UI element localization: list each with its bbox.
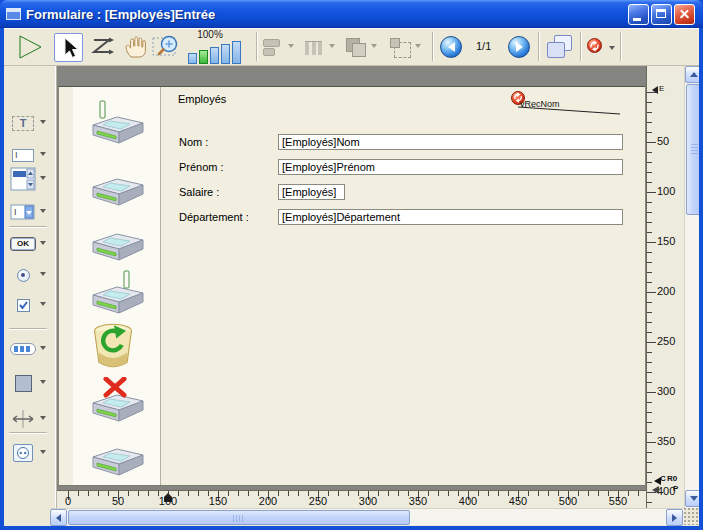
tool-list-box[interactable] bbox=[9, 164, 53, 194]
zoom-tool-button[interactable] bbox=[152, 34, 180, 62]
cursor-arrow-icon bbox=[58, 36, 80, 60]
footer-marker[interactable]: P bbox=[673, 484, 678, 493]
zoom-bar-4[interactable] bbox=[221, 44, 230, 64]
form-canvas: Employés Nom : [Employés]Nom Prénom : [E… bbox=[57, 66, 646, 490]
previous-record-button[interactable] bbox=[89, 161, 147, 207]
arrow-down-icon bbox=[690, 496, 698, 505]
rectangle-tool-icon bbox=[15, 375, 32, 392]
align-objects-button bbox=[261, 36, 294, 58]
title-bar[interactable]: Formulaire : [Employés]Entrée bbox=[0, 0, 703, 28]
hand-icon bbox=[122, 34, 148, 60]
tool-button[interactable]: OK bbox=[9, 231, 53, 257]
previous-page-button[interactable] bbox=[440, 36, 462, 58]
window-content: 100% bbox=[4, 28, 699, 526]
vertical-scroll-thumb[interactable] bbox=[686, 84, 699, 215]
tool-text[interactable]: T bbox=[9, 110, 53, 136]
tab-order-button[interactable] bbox=[90, 36, 116, 62]
close-button[interactable] bbox=[674, 4, 695, 25]
checkbox-tool-icon bbox=[17, 299, 30, 312]
form-pages-button[interactable] bbox=[545, 34, 573, 60]
next-record-button[interactable] bbox=[89, 216, 147, 262]
previous-page-icon bbox=[443, 42, 455, 52]
record-marker-icon bbox=[587, 38, 602, 53]
layer-order-button bbox=[344, 36, 377, 58]
distribute-objects-button bbox=[302, 36, 335, 58]
field-departement[interactable]: [Employés]Département bbox=[278, 209, 623, 225]
form-window-icon bbox=[6, 8, 21, 20]
distribute-icon bbox=[302, 36, 326, 58]
horizontal-scrollbar[interactable] bbox=[50, 508, 684, 525]
tool-plugin-area[interactable] bbox=[9, 440, 53, 466]
vertical-scrollbar[interactable] bbox=[684, 66, 699, 508]
tool-combo-box[interactable]: I bbox=[9, 199, 53, 225]
record-marker-button[interactable] bbox=[587, 38, 615, 57]
delete-record-button[interactable] bbox=[89, 321, 147, 371]
cancel-record-button[interactable] bbox=[89, 377, 147, 423]
progress-indicator-tool-icon bbox=[10, 343, 36, 355]
zoom-percent-label: 100% bbox=[190, 29, 230, 40]
scroll-down-button[interactable] bbox=[685, 490, 699, 507]
form-title-object[interactable]: Employés bbox=[178, 93, 226, 105]
field-prenom[interactable]: [Employés]Prénom bbox=[278, 159, 623, 175]
layers-icon bbox=[344, 36, 368, 58]
tab-order-icon bbox=[90, 36, 116, 58]
page-indicator: 1/1 bbox=[476, 40, 491, 52]
zoom-bar-1[interactable] bbox=[188, 53, 197, 64]
tool-splitter[interactable] bbox=[9, 406, 53, 432]
magnifier-icon bbox=[152, 34, 180, 58]
scroll-left-button[interactable] bbox=[50, 509, 67, 526]
splitter-tool-icon bbox=[11, 410, 35, 428]
first-record-button[interactable] bbox=[89, 99, 147, 145]
field-nom[interactable]: [Employés]Nom bbox=[278, 134, 623, 150]
select-tool-button[interactable] bbox=[54, 33, 83, 62]
tool-checkbox[interactable] bbox=[9, 292, 53, 318]
field-label[interactable]: Prénom : bbox=[179, 161, 224, 173]
output-control-markers[interactable]: C R0 P bbox=[647, 474, 685, 500]
window-title: Formulaire : [Employés]Entrée bbox=[26, 7, 623, 22]
horizontal-scroll-thumb[interactable] bbox=[68, 510, 410, 525]
next-page-button[interactable] bbox=[508, 36, 530, 58]
variable-marker-label[interactable]: vRecNom bbox=[520, 99, 560, 109]
zoom-level-bars-icon bbox=[188, 41, 241, 64]
vertical-ruler: E 50 100 150 200 250 300 350 400 C R0 P bbox=[646, 66, 684, 508]
resize-grip[interactable] bbox=[684, 508, 699, 525]
zoom-level-control[interactable]: 100% bbox=[186, 29, 252, 65]
field-label[interactable]: Salaire : bbox=[179, 186, 219, 198]
move-tool-button[interactable] bbox=[122, 34, 148, 64]
scroll-up-button[interactable] bbox=[685, 66, 699, 83]
scroll-right-button[interactable] bbox=[666, 509, 683, 526]
break-marker[interactable]: R0 bbox=[667, 474, 677, 483]
combo-box-icon: I bbox=[10, 204, 36, 220]
validate-record-button[interactable] bbox=[89, 431, 147, 477]
marker-triangle-icon bbox=[648, 486, 659, 494]
app-window: Formulaire : [Employés]Entrée bbox=[0, 0, 703, 530]
zoom-bar-2[interactable] bbox=[199, 50, 208, 64]
horizontal-ruler: 0 50 100 150 200 250 300 350 400 450 500… bbox=[57, 490, 646, 508]
minimize-button[interactable] bbox=[628, 4, 649, 25]
maximize-button[interactable] bbox=[651, 4, 672, 25]
field-label[interactable]: Nom : bbox=[179, 136, 208, 148]
svg-text:I: I bbox=[14, 207, 17, 217]
tool-progress-indicator[interactable] bbox=[9, 336, 53, 362]
list-box-icon bbox=[10, 167, 36, 191]
tool-palette: T I bbox=[4, 66, 57, 526]
marker-triangle-icon bbox=[648, 86, 658, 94]
play-icon bbox=[16, 33, 44, 61]
group-icon bbox=[388, 36, 412, 58]
text-tool-icon: T bbox=[12, 116, 34, 131]
radio-button-tool-icon bbox=[17, 269, 30, 282]
tool-rectangle[interactable] bbox=[9, 370, 53, 396]
zoom-bar-3[interactable] bbox=[210, 47, 219, 64]
header-area-marker[interactable]: E bbox=[648, 86, 664, 94]
tool-radio-button[interactable] bbox=[9, 262, 53, 288]
group-objects-button bbox=[388, 36, 421, 58]
form-page[interactable]: Employés Nom : [Employés]Nom Prénom : [E… bbox=[58, 86, 645, 486]
last-record-button[interactable] bbox=[89, 269, 147, 315]
input-tool-icon: I bbox=[12, 149, 34, 162]
field-label[interactable]: Département : bbox=[179, 211, 249, 223]
execute-form-button[interactable] bbox=[16, 33, 44, 65]
zoom-bar-5[interactable] bbox=[232, 41, 241, 64]
detail-marker[interactable]: C bbox=[660, 474, 666, 483]
arrow-left-icon bbox=[52, 514, 61, 522]
field-salaire[interactable]: [Employés] bbox=[278, 184, 345, 200]
